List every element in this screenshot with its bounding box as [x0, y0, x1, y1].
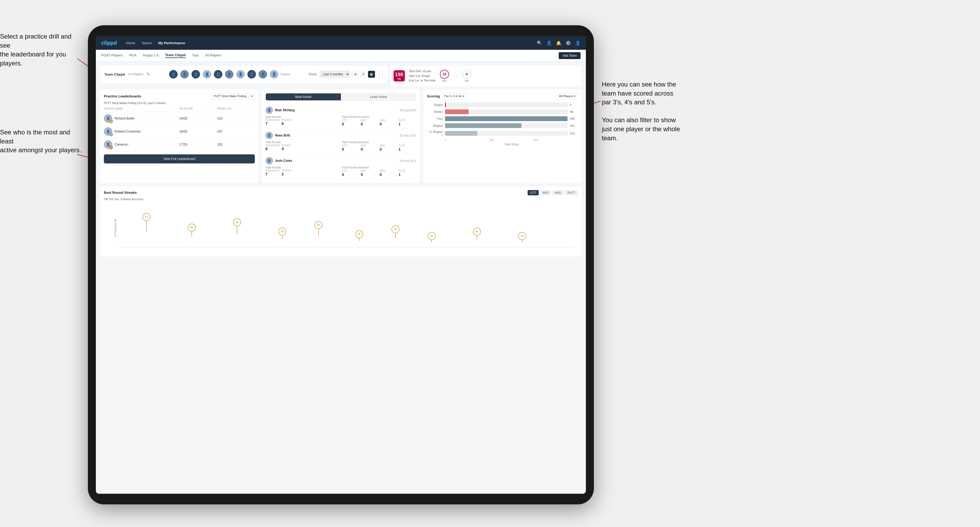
avatar-icon[interactable]: 👤	[575, 40, 581, 46]
view-sort-icon[interactable]: ↕	[376, 71, 383, 78]
streaks-filters: OTT APP ARG PUTT	[528, 190, 578, 195]
subnav: PGAT Players PGA Hcaps 1-5 Team Clippd T…	[96, 50, 586, 62]
streaks-section: Best Round Streaks OTT APP ARG PUTT Off …	[100, 186, 582, 257]
streaks-sub: Off The Tee, Fairway Accuracy	[104, 197, 578, 201]
filter-arg[interactable]: ARG	[552, 190, 564, 195]
subnav-team[interactable]: Team Clippd	[165, 53, 186, 58]
settings-icon[interactable]: ⚙️	[566, 40, 571, 46]
lb-avatar-3: 👤 3	[104, 140, 112, 149]
nav-teams[interactable]: Teams	[142, 41, 152, 45]
avatar-4: 👤	[202, 70, 212, 79]
avatar-7: 👤	[236, 70, 245, 79]
avatar-10: 👤	[269, 70, 279, 79]
sg-badge: 198 SG	[394, 70, 405, 81]
drill-selector[interactable]: PUTT Must Make Putting ... ▾	[212, 93, 255, 99]
avatar-6: 👤	[224, 70, 234, 79]
scoring-bar-chart: Eagles 3 Birdies 96	[427, 103, 578, 137]
annotation-bottom-left: See who is the most and leastactive amon…	[0, 128, 85, 155]
activity-item-3: 👤 Josh Coles 26 Aug 2023 Total Rounds To…	[266, 154, 417, 179]
edit-icon[interactable]: ✏️	[146, 72, 151, 76]
brand-logo: clippd	[101, 40, 117, 46]
bar-dbogeys: D. Bogeys + 131	[427, 130, 578, 137]
add-team-button[interactable]: Add Team	[559, 52, 581, 59]
annotation-top-left: Select a practice drill and seethe leade…	[0, 32, 80, 68]
navbar: clippd Home Teams My Performance 🔍 👤 🔔 ⚙…	[96, 36, 586, 50]
show-select[interactable]: Last 3 months Last 6 months Last year	[320, 71, 350, 78]
view-list-icon[interactable]: ☰	[360, 71, 367, 78]
filter-app[interactable]: APP	[540, 190, 551, 195]
axis-title: Total Shots	[427, 143, 578, 146]
lb-avg-2: 107	[217, 130, 255, 133]
chart-axis: 0 200 400	[427, 139, 578, 141]
scoring-player-filter[interactable]: All Players ▾	[557, 93, 578, 99]
view-leaderboard-button[interactable]: View Full Leaderboard	[104, 154, 255, 163]
lb-score-2: 18/20	[179, 130, 217, 133]
shot-circle-1: 16 yds	[440, 70, 449, 82]
scoring-title: Scoring	[427, 94, 440, 98]
filter-putt[interactable]: PUTT	[565, 190, 578, 195]
activity-tabs: Most Active Least Active	[266, 93, 417, 101]
shot-circles: 16 yds → 0 yds	[440, 70, 471, 82]
user-icon[interactable]: 👤	[546, 40, 552, 46]
shot-circle-2: 0 yds	[462, 70, 471, 82]
tab-least-active[interactable]: Least Active	[341, 94, 416, 100]
streaks-title: Best Round Streaks	[104, 190, 137, 195]
activity-avatar-2: 👤	[266, 132, 273, 139]
lb-badge-silver: 2	[109, 133, 113, 136]
shot-info: Shot Dist: 16 yds Start Lie: Rough End L…	[409, 69, 436, 83]
streak-dot-3: 6x	[233, 218, 241, 234]
lb-avg-3: 103	[217, 143, 255, 146]
scoring-par-filter[interactable]: Par 3, 4 & 5s ▾	[442, 93, 466, 99]
stats-card: 198 SG Shot Dist: 16 yds Start Lie: Roug…	[390, 66, 582, 86]
lb-score-1: 19/20	[179, 117, 217, 120]
bar-eagles: Eagles 3	[427, 103, 578, 107]
lb-name-1: Richard Butler	[115, 117, 135, 120]
lb-name-3: Cameron...	[115, 143, 130, 146]
lb-avg-1: 110	[217, 117, 255, 120]
main-content: Team Clippd 14 Players ✏️ 👤 👤 👤 👤 👤 👤 👤 …	[96, 62, 586, 494]
leaderboard-card: Practice Leaderboards PUTT Must Make Put…	[100, 89, 259, 183]
avatar-2: 👤	[180, 70, 189, 79]
subnav-pgat[interactable]: PGAT Players	[101, 53, 123, 58]
subnav-hcaps[interactable]: Hcaps 1-5	[143, 53, 159, 58]
ipad-frame: clippd Home Teams My Performance 🔍 👤 🔔 ⚙…	[88, 25, 594, 504]
bar-birdies: Birdies 96	[427, 110, 578, 114]
leaderboard-header: PLAYER NAME PB SCORE PB AVG SQ	[104, 107, 255, 112]
avatar-8: 👤	[247, 70, 256, 79]
activity-name-3: Josh Coles	[275, 159, 292, 163]
activity-date-1: 26 Aug 2023	[400, 109, 417, 112]
activity-item-2: 👤 Rees Britt 02 Sep 2023 Total Rounds To…	[266, 129, 417, 154]
activity-date-2: 02 Sep 2023	[400, 134, 416, 137]
bell-icon[interactable]: 🔔	[556, 40, 562, 46]
view-grid-icon[interactable]: ⊞	[352, 71, 359, 78]
streak-chart-area: % Fairways Hit 7x 6x 6x	[120, 205, 573, 248]
lb-score-3: 17/20	[179, 143, 217, 146]
nav-performance[interactable]: My Performance	[158, 41, 185, 45]
filter-ott[interactable]: OTT	[528, 190, 539, 195]
lb-avatar-1: 👤 1	[104, 114, 112, 123]
activity-card: Most Active Least Active 👤 Blair McHarg …	[262, 89, 420, 183]
streak-dot-10: 3x	[518, 232, 526, 242]
lb-name-2: Edward Crossman	[115, 130, 141, 133]
team-header: Team Clippd 14 Players ✏️ 👤 👤 👤 👤 👤 👤 👤 …	[100, 66, 387, 83]
search-icon[interactable]: 🔍	[537, 40, 542, 46]
activity-date-3: 26 Aug 2023	[400, 159, 417, 162]
avatar-3: 👤	[191, 70, 200, 79]
team-player-count: 14 Players	[128, 72, 143, 76]
tab-most-active[interactable]: Most Active	[266, 94, 341, 100]
leaderboard-row: 👤 3 Cameron... 17/20 103	[104, 138, 255, 151]
view-detail-icon[interactable]: ▦	[368, 71, 375, 78]
drill-sub-label: PUTT Must Make Putting (3-6 ft), Last 3 …	[104, 102, 255, 105]
streak-dot-5: 5x	[315, 221, 323, 236]
subnav-tour[interactable]: Tour	[192, 53, 199, 58]
lb-avatar-2: 👤 2	[104, 127, 112, 136]
scoring-card: Scoring Par 3, 4 & 5s ▾ All Players ▾	[423, 89, 582, 183]
show-label: Show:	[309, 72, 317, 76]
nav-home[interactable]: Home	[126, 41, 135, 45]
bar-bogeys: Bogeys 311	[427, 123, 578, 128]
subnav-pga[interactable]: PGA	[129, 53, 136, 58]
subnav-all[interactable]: All Players	[205, 53, 221, 58]
streak-dot-1: 7x	[142, 213, 151, 232]
bar-pars: Pars 499	[427, 116, 578, 121]
avatar-5: 👤	[213, 70, 223, 79]
